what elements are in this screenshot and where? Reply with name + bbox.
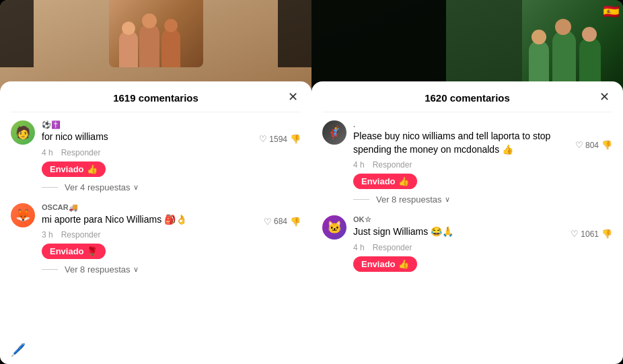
chevron-down-icon: ∨ xyxy=(445,195,450,204)
dislike-icon[interactable]: 👎 xyxy=(601,229,612,239)
comment-username: . xyxy=(353,120,612,129)
enviado-label: Enviado xyxy=(361,176,396,186)
avatar: 🐱 xyxy=(322,215,346,240)
right-comment-count: 1620 comentarios xyxy=(425,92,510,104)
like-count: ♡ 1061 xyxy=(571,229,599,239)
like-count: ♡ 684 xyxy=(264,217,287,227)
comment-text-row: for nico williams ♡ 1594 👎 xyxy=(42,131,301,148)
dislike-icon[interactable]: 👎 xyxy=(290,217,301,227)
left-close-button[interactable]: ✕ xyxy=(285,89,301,105)
comment-text-row: mi aporte para Nico Williams 🎒👌 ♡ 684 👎 xyxy=(42,213,301,231)
enviado-emoji: 🌹 xyxy=(87,246,98,256)
right-sheet-header: 1620 comentarios ✕ xyxy=(322,81,612,112)
enviado-emoji: 👍 xyxy=(87,164,98,174)
comment-item: 🧑 ⚽✝️ for nico williams ♡ 1594 👎 xyxy=(11,120,301,192)
dislike-icon[interactable]: 👎 xyxy=(601,140,612,150)
chevron-down-icon: ∨ xyxy=(133,183,139,192)
heart-icon: ♡ xyxy=(264,217,272,227)
replies-link[interactable]: Ver 8 respuestas ∨ xyxy=(42,264,301,275)
left-comments-sheet: 1619 comentarios ✕ 🧑 ⚽✝️ for nico willia… xyxy=(0,81,312,364)
left-panel: 1619 comentarios ✕ 🧑 ⚽✝️ for nico willia… xyxy=(0,0,312,364)
comment-time: 3 h xyxy=(42,230,53,240)
enviado-label: Enviado xyxy=(361,259,396,269)
comment-text-row: Just sign Williams 😂🙏 ♡ 1061 👎 xyxy=(353,225,612,243)
left-comments-list: 🧑 ⚽✝️ for nico williams ♡ 1594 👎 xyxy=(11,112,301,344)
avatar: 🧑 xyxy=(11,120,35,145)
replies-link[interactable]: Ver 4 respuestas ∨ xyxy=(42,182,301,192)
comment-username: ⚽✝️ xyxy=(42,120,301,129)
left-sheet-header: 1619 comentarios ✕ xyxy=(11,81,301,112)
avatar: 🦸 xyxy=(322,120,346,145)
dislike-icon[interactable]: 👎 xyxy=(290,134,301,144)
comment-content: OK☆ Just sign Williams 😂🙏 ♡ 1061 👎 4 h xyxy=(353,215,612,277)
heart-icon: ♡ xyxy=(575,140,583,150)
comment-actions: ♡ 1594 👎 xyxy=(259,134,301,144)
divider xyxy=(42,187,58,188)
enviado-emoji: 👍 xyxy=(398,259,409,269)
enviado-badge: Enviado 🌹 xyxy=(42,244,106,259)
comment-content: . Please buy nico williams and tell lapo… xyxy=(353,120,612,205)
reply-button[interactable]: Responder xyxy=(61,230,101,240)
comment-meta: 4 h Responder xyxy=(42,148,301,157)
comment-item: 🦸 . Please buy nico williams and tell la… xyxy=(322,120,612,205)
comment-text: mi aporte para Nico Williams 🎒👌 xyxy=(42,213,264,227)
comment-username: OSCAR🚚 xyxy=(42,203,301,212)
comment-text: Please buy nico williams and tell laport… xyxy=(353,130,575,156)
right-comments-list: 🦸 . Please buy nico williams and tell la… xyxy=(322,112,612,344)
comment-time: 4 h xyxy=(353,160,365,170)
comment-actions: ♡ 804 👎 xyxy=(575,140,612,150)
divider xyxy=(353,199,369,200)
replies-label: Ver 8 respuestas xyxy=(65,264,131,275)
comment-text: Just sign Williams 😂🙏 xyxy=(353,225,571,239)
comment-actions: ♡ 684 👎 xyxy=(264,217,301,227)
replies-link[interactable]: Ver 8 respuestas ∨ xyxy=(353,194,612,205)
comment-item: 🦊 OSCAR🚚 mi aporte para Nico Williams 🎒👌… xyxy=(11,203,301,275)
comment-text: for nico williams xyxy=(42,131,259,144)
chevron-down-icon: ∨ xyxy=(133,265,139,274)
replies-label: Ver 4 respuestas xyxy=(65,182,131,192)
reply-button[interactable]: Responder xyxy=(373,160,412,170)
enviado-label: Enviado xyxy=(50,164,84,174)
comment-actions: ♡ 1061 👎 xyxy=(571,229,612,239)
left-thumbnail xyxy=(109,0,203,67)
replies-label: Ver 8 respuestas xyxy=(376,194,442,205)
divider xyxy=(42,269,58,270)
comment-time: 4 h xyxy=(353,243,365,252)
avatar: 🦊 xyxy=(11,203,35,227)
pen-icon[interactable]: 🖊️ xyxy=(11,342,26,357)
reply-button[interactable]: Responder xyxy=(61,148,101,157)
enviado-badge: Enviado 👍 xyxy=(42,161,106,177)
enviado-badge: Enviado 👍 xyxy=(353,256,417,272)
like-count: ♡ 1594 xyxy=(259,134,287,144)
comment-content: OSCAR🚚 mi aporte para Nico Williams 🎒👌 ♡… xyxy=(42,203,301,275)
left-comment-count: 1619 comentarios xyxy=(113,92,198,104)
enviado-badge: Enviado 👍 xyxy=(353,174,417,189)
enviado-emoji: 👍 xyxy=(398,176,409,186)
reply-button[interactable]: Responder xyxy=(373,243,412,252)
right-thumbnail: 🇪🇸 xyxy=(522,0,623,87)
comment-username: OK☆ xyxy=(353,215,612,224)
comment-meta: 3 h Responder xyxy=(42,230,301,240)
right-close-button[interactable]: ✕ xyxy=(596,89,612,105)
enviado-label: Enviado xyxy=(50,246,84,256)
comment-item: 🐱 OK☆ Just sign Williams 😂🙏 ♡ 1061 👎 xyxy=(322,215,612,277)
comment-text-row: Please buy nico williams and tell laport… xyxy=(353,130,612,160)
comment-meta: 4 h Responder xyxy=(353,243,612,252)
right-comments-sheet: 1620 comentarios ✕ 🦸 . Please buy nico w… xyxy=(312,81,623,364)
comment-content: ⚽✝️ for nico williams ♡ 1594 👎 4 h xyxy=(42,120,301,192)
heart-icon: ♡ xyxy=(571,229,579,239)
heart-icon: ♡ xyxy=(259,134,267,144)
right-panel: 🇪🇸 1620 comentarios ✕ 🦸 . Please buy nic… xyxy=(312,0,623,364)
comment-time: 4 h xyxy=(42,148,53,157)
comment-meta: 4 h Responder xyxy=(353,160,612,170)
like-count: ♡ 804 xyxy=(575,140,599,150)
